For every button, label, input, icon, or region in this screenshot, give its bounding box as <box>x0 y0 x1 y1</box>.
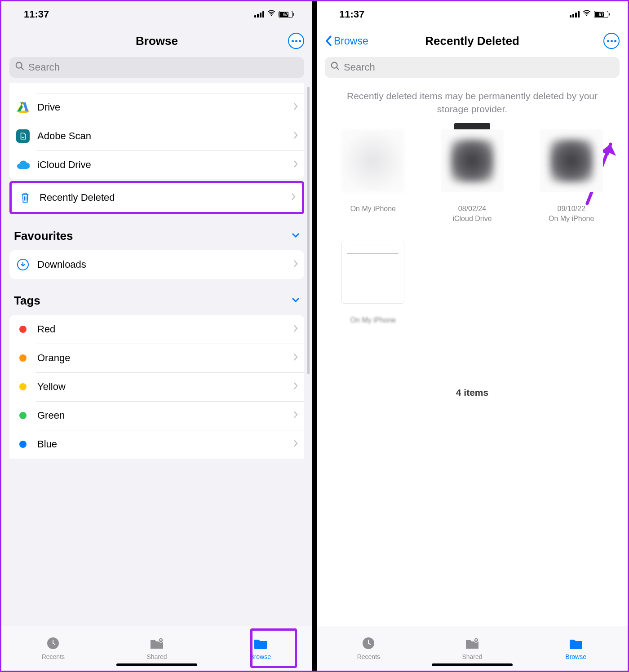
deleted-files-grid: On My iPhone 08/02/24 iCloud Drive 09/10… <box>317 129 628 324</box>
row-label: Blue <box>37 438 286 450</box>
svg-marker-6 <box>19 111 28 113</box>
row-label: Green <box>37 410 286 421</box>
chevron-right-icon <box>293 411 298 420</box>
search-placeholder: Search <box>344 62 375 73</box>
tag-blue[interactable]: Blue <box>9 430 304 459</box>
row-label: Drive <box>37 102 286 113</box>
list-item[interactable] <box>9 83 304 93</box>
row-label: Downloads <box>37 259 286 270</box>
section-title: Tags <box>14 294 40 308</box>
tag-red[interactable]: Red <box>9 315 304 344</box>
row-label: Red <box>37 323 286 335</box>
cloud-icon <box>16 158 30 172</box>
clock-icon <box>361 637 376 651</box>
status-bar: 11:37 67 <box>1 1 312 27</box>
tab-recents[interactable]: Recents <box>1 626 105 671</box>
tab-recents[interactable]: Recents <box>317 626 421 671</box>
file-location: On My iPhone <box>549 215 594 223</box>
chevron-right-icon <box>291 193 296 203</box>
svg-point-19 <box>475 639 477 640</box>
deleted-info-text: Recently deleted items may be permanentl… <box>317 78 628 129</box>
chevron-right-icon <box>293 260 298 270</box>
scrollbar[interactable] <box>307 87 310 374</box>
svg-point-1 <box>16 62 22 68</box>
tag-dot-icon <box>16 351 30 365</box>
tag-dot-icon <box>16 322 30 336</box>
shared-folder-icon <box>465 637 480 651</box>
section-title: Favourites <box>14 229 73 243</box>
file-location: On My iPhone <box>350 205 396 213</box>
wifi-icon <box>582 9 591 20</box>
deleted-file-item[interactable]: 09/10/22 On My iPhone <box>524 129 619 223</box>
home-indicator[interactable] <box>116 663 197 666</box>
tab-bar: Recents Shared Browse <box>317 626 628 671</box>
svg-point-0 <box>271 15 272 16</box>
search-icon <box>330 61 340 74</box>
tags-header[interactable]: Tags <box>1 292 312 309</box>
file-thumbnail <box>341 241 404 304</box>
chevron-down-icon <box>292 232 300 240</box>
location-drive[interactable]: Drive <box>9 93 304 122</box>
file-date: 09/10/22 <box>558 205 585 213</box>
home-indicator[interactable] <box>432 663 513 666</box>
search-icon <box>15 61 25 74</box>
favourite-downloads[interactable]: Downloads <box>9 250 304 279</box>
cellular-icon <box>254 11 264 18</box>
chevron-down-icon <box>292 296 300 305</box>
file-thumbnail <box>540 129 603 192</box>
tag-yellow[interactable]: Yellow <box>9 372 304 401</box>
location-recently-deleted[interactable]: Recently Deleted <box>12 183 302 212</box>
deleted-file-item[interactable]: On My iPhone <box>326 129 421 223</box>
favourites-header[interactable]: Favourites <box>1 227 312 245</box>
file-thumbnail <box>441 129 504 192</box>
search-placeholder: Search <box>28 62 60 73</box>
svg-line-13 <box>337 67 339 70</box>
svg-point-11 <box>586 15 588 16</box>
tag-orange[interactable]: Orange <box>9 344 304 372</box>
tag-dot-icon <box>16 380 30 394</box>
tag-dot-icon <box>16 437 30 451</box>
svg-point-10 <box>160 639 161 640</box>
chevron-left-icon <box>325 35 333 47</box>
file-location: iCloud Drive <box>452 215 492 223</box>
tag-green[interactable]: Green <box>9 401 304 430</box>
row-label: Adobe Scan <box>37 130 286 142</box>
tab-bar: Recents Shared Browse <box>1 626 312 671</box>
browse-content: Drive Adobe Scan iCloud Drive <box>1 78 312 626</box>
cellular-icon <box>570 11 580 18</box>
deleted-file-item[interactable]: On My iPhone <box>326 241 421 324</box>
clock-icon <box>45 637 61 651</box>
status-time: 11:37 <box>24 9 49 20</box>
tab-label: Recents <box>357 653 380 660</box>
back-button[interactable]: Browse <box>325 35 368 47</box>
screenshot-divider <box>312 1 317 671</box>
svg-line-2 <box>21 67 24 70</box>
adobe-scan-icon <box>16 129 30 143</box>
chevron-right-icon <box>293 353 298 363</box>
phone-right-recently-deleted: 11:37 67 Browse Recently Deleted Search … <box>317 1 628 671</box>
annotation-highlight-recently-deleted: Recently Deleted <box>9 181 304 214</box>
nav-header: Browse Recently Deleted <box>317 27 628 54</box>
chevron-right-icon <box>293 102 298 112</box>
row-label: iCloud Drive <box>37 159 286 171</box>
more-button[interactable] <box>603 33 620 49</box>
status-icons: 67 <box>570 9 610 20</box>
svg-point-12 <box>332 62 337 68</box>
battery-icon: 67 <box>594 11 610 18</box>
file-date: 08/02/24 <box>458 205 486 213</box>
tag-dot-icon <box>16 408 30 423</box>
location-icloud-drive[interactable]: iCloud Drive <box>9 150 304 179</box>
more-button[interactable] <box>288 33 304 49</box>
chevron-right-icon <box>293 382 298 392</box>
deleted-file-item[interactable]: 08/02/24 iCloud Drive <box>425 129 520 223</box>
tab-browse[interactable]: Browse <box>208 626 312 671</box>
nav-header: Browse <box>1 27 312 54</box>
item-count: 4 items <box>317 324 628 402</box>
search-input[interactable]: Search <box>9 57 304 78</box>
folder-icon <box>568 637 584 651</box>
status-icons: 67 <box>254 9 294 20</box>
tab-browse[interactable]: Browse <box>524 626 628 671</box>
search-input[interactable]: Search <box>325 57 620 78</box>
tab-label: Shared <box>146 653 167 660</box>
location-adobe-scan[interactable]: Adobe Scan <box>9 122 304 150</box>
